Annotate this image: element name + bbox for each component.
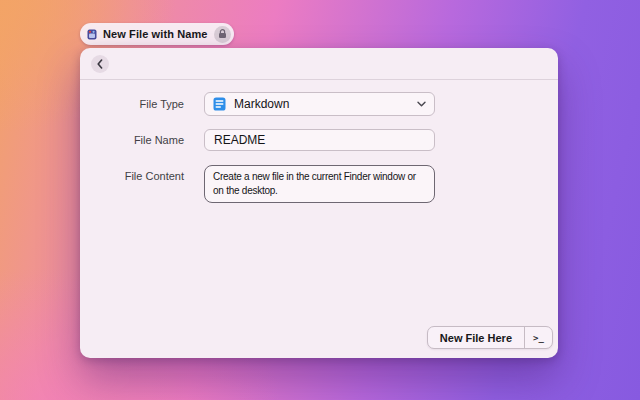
file-type-value: Markdown xyxy=(234,97,409,111)
terminal-prompt-icon: >_ xyxy=(533,333,544,343)
markdown-file-icon xyxy=(213,97,226,111)
file-content-label: File Content xyxy=(80,169,184,183)
action-pill-title: New File with Name xyxy=(103,28,208,40)
new-file-here-button[interactable]: New File Here xyxy=(428,327,524,348)
desktop-wallpaper: New File with Name File Type xyxy=(0,0,640,400)
file-type-label: File Type xyxy=(80,92,184,116)
file-type-select[interactable]: Markdown xyxy=(204,92,435,116)
mini-app-icon xyxy=(87,29,97,40)
chevron-left-icon xyxy=(97,59,103,69)
dialog-header xyxy=(80,48,558,80)
lock-badge xyxy=(214,26,231,43)
file-name-label: File Name xyxy=(80,129,184,151)
terminal-button[interactable]: >_ xyxy=(525,327,552,348)
file-content-textarea[interactable]: Create a new file in the current Finder … xyxy=(204,165,435,203)
lock-icon xyxy=(218,29,227,39)
footer-split-button: New File Here >_ xyxy=(427,326,553,349)
back-button[interactable] xyxy=(91,55,109,73)
new-file-dialog: File Type Markdown File Name File Conten… xyxy=(80,48,558,358)
file-name-input[interactable] xyxy=(204,129,435,151)
chevron-down-icon xyxy=(417,101,426,107)
action-pill[interactable]: New File with Name xyxy=(80,23,234,45)
